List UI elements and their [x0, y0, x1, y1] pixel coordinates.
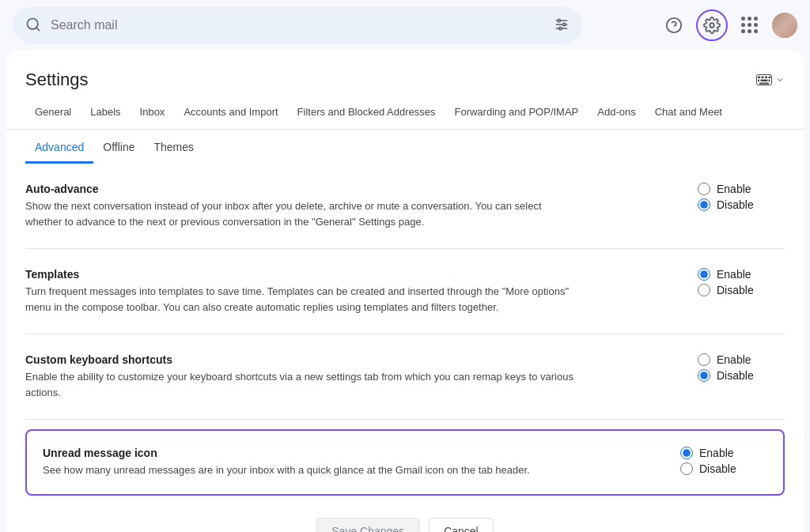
templates-enable-label[interactable]: Enable — [698, 268, 785, 281]
templates-enable-text: Enable — [717, 268, 751, 281]
svg-point-7 — [559, 27, 562, 29]
keyboard-shortcuts-title: Custom keyboard shortcuts — [25, 353, 679, 366]
templates-controls: Enable Disable — [698, 268, 785, 296]
keyboard-shortcuts-enable-text: Enable — [717, 353, 751, 366]
svg-line-1 — [36, 27, 40, 30]
tab-filters[interactable]: Filters and Blocked Addresses — [288, 96, 445, 130]
templates-disable-text: Disable — [717, 284, 754, 296]
keyboard-shortcuts-enable-radio[interactable] — [698, 353, 710, 366]
sub-tabs: Advanced Offline Themes — [6, 133, 804, 164]
subtab-offline[interactable]: Offline — [93, 133, 144, 164]
templates-section: Templates Turn frequent messages into te… — [25, 249, 785, 334]
search-icon — [25, 17, 41, 35]
keyboard-shortcuts-disable-text: Disable — [717, 369, 754, 382]
settings-header: Settings — [6, 51, 804, 90]
bottom-bar: Save Changes Cancel — [25, 505, 785, 533]
svg-rect-19 — [759, 83, 769, 85]
svg-rect-12 — [758, 77, 760, 79]
keyboard-shortcuts-desc: Enable the ability to customize your key… — [25, 369, 579, 400]
templates-title: Templates — [25, 268, 679, 281]
settings-button[interactable] — [696, 9, 728, 41]
nav-tabs: General Labels Inbox Accounts and Import… — [6, 96, 804, 130]
svg-point-6 — [563, 23, 566, 25]
subtab-advanced[interactable]: Advanced — [25, 133, 93, 164]
templates-desc: Turn frequent messages into templates to… — [25, 284, 579, 315]
unread-icon-section: Unread message icon See how many unread … — [25, 429, 785, 496]
templates-text: Templates Turn frequent messages into te… — [25, 268, 679, 315]
auto-advance-disable-radio[interactable] — [698, 198, 710, 211]
svg-point-5 — [558, 19, 560, 21]
svg-rect-15 — [769, 77, 771, 79]
unread-icon-controls: Enable Disable — [680, 447, 767, 475]
subtab-themes[interactable]: Themes — [145, 133, 204, 164]
auto-advance-enable-label[interactable]: Enable — [698, 183, 785, 195]
unread-icon-disable-radio[interactable] — [680, 462, 693, 475]
auto-advance-enable-radio[interactable] — [698, 183, 710, 195]
topbar-right — [658, 9, 797, 41]
svg-rect-17 — [761, 80, 768, 82]
apps-grid-icon — [741, 17, 759, 34]
save-changes-button[interactable]: Save Changes — [316, 518, 419, 533]
unread-icon-enable-text: Enable — [699, 447, 734, 459]
tab-general[interactable]: General — [25, 96, 81, 130]
tab-addons[interactable]: Add-ons — [588, 96, 645, 130]
keyboard-shortcuts-text: Custom keyboard shortcuts Enable the abi… — [25, 353, 679, 400]
main-content: Settings General Labels Inbox Accounts a… — [6, 51, 804, 532]
auto-advance-disable-label[interactable]: Disable — [698, 198, 785, 211]
tab-inbox[interactable]: Inbox — [131, 96, 175, 130]
settings-body: Auto-advance Show the next conversation … — [6, 164, 804, 532]
templates-enable-radio[interactable] — [698, 268, 710, 281]
tune-icon[interactable] — [554, 17, 570, 35]
unread-icon-desc: See how many unread messages are in your… — [43, 462, 596, 478]
svg-point-10 — [710, 23, 714, 28]
tab-chatmeet[interactable]: Chat and Meet — [645, 96, 732, 130]
avatar[interactable] — [772, 13, 797, 38]
auto-advance-text: Auto-advance Show the next conversation … — [25, 183, 679, 229]
keyboard-shortcuts-enable-label[interactable]: Enable — [698, 353, 785, 366]
keyboard-shortcuts-section: Custom keyboard shortcuts Enable the abi… — [25, 334, 785, 420]
unread-icon-text: Unread message icon See how many unread … — [43, 447, 661, 478]
tab-labels[interactable]: Labels — [81, 96, 130, 130]
templates-disable-radio[interactable] — [698, 284, 710, 296]
templates-disable-label[interactable]: Disable — [698, 284, 785, 296]
svg-rect-13 — [762, 77, 764, 79]
tab-forwarding[interactable]: Forwarding and POP/IMAP — [445, 96, 588, 130]
unread-icon-enable-radio[interactable] — [680, 447, 693, 459]
unread-icon-disable-text: Disable — [699, 462, 736, 475]
chevron-down-icon — [775, 75, 785, 85]
keyboard-icon — [756, 74, 772, 85]
auto-advance-disable-text: Disable — [717, 198, 754, 211]
unread-icon-enable-label[interactable]: Enable — [680, 447, 767, 459]
apps-button[interactable] — [734, 9, 766, 41]
search-container[interactable] — [13, 7, 582, 43]
topbar — [0, 0, 810, 51]
page-title: Settings — [25, 70, 89, 90]
keyboard-shortcuts-controls: Enable Disable — [698, 353, 785, 382]
keyboard-shortcuts-disable-radio[interactable] — [698, 369, 710, 382]
svg-rect-18 — [769, 80, 770, 82]
svg-rect-16 — [758, 80, 759, 82]
keyboard-shortcut-button[interactable] — [756, 74, 785, 85]
auto-advance-desc: Show the next conversation instead of yo… — [25, 198, 579, 229]
auto-advance-section: Auto-advance Show the next conversation … — [25, 164, 785, 249]
help-button[interactable] — [658, 9, 690, 41]
unread-icon-title: Unread message icon — [43, 447, 661, 459]
auto-advance-controls: Enable Disable — [698, 183, 785, 211]
auto-advance-enable-text: Enable — [717, 183, 751, 195]
tab-accounts[interactable]: Accounts and Import — [174, 96, 287, 130]
keyboard-shortcuts-disable-label[interactable]: Disable — [698, 369, 785, 382]
auto-advance-title: Auto-advance — [25, 183, 679, 195]
unread-icon-disable-label[interactable]: Disable — [680, 462, 767, 475]
svg-rect-14 — [765, 77, 767, 79]
search-input[interactable] — [51, 18, 554, 32]
cancel-button[interactable]: Cancel — [429, 518, 494, 533]
